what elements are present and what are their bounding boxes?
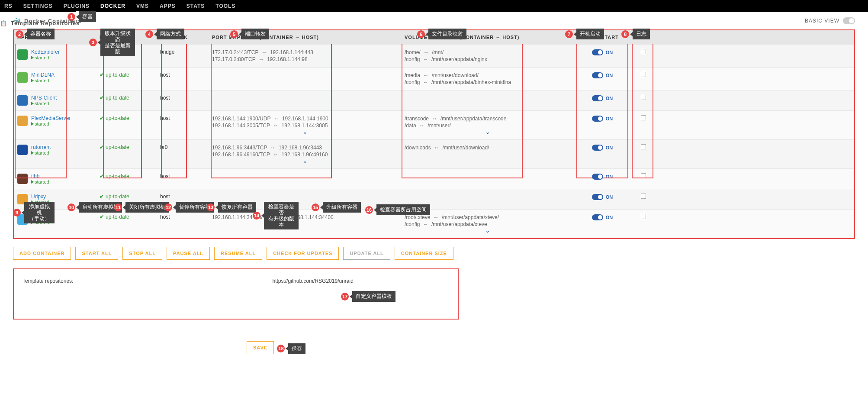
volume-mapping: /config ↔ /mnt/user/appdata/xteve: [405, 221, 571, 228]
check-updates-button[interactable]: CHECK FOR UPDATES: [267, 247, 339, 260]
log-checkbox[interactable]: [641, 115, 646, 120]
volume-mapping: /transcode ↔ /mnt/user/appdata/transcode: [405, 115, 571, 122]
port-mapping: 172.17.0.2:443/TCP ↔ 192.168.1.144:443: [212, 49, 398, 56]
table-row: tlbb started ✔up-to-datehostON: [14, 168, 854, 189]
container-app[interactable]: KodExplorer started: [17, 49, 93, 60]
network-mode: br0: [160, 144, 167, 150]
container-icon: [17, 116, 28, 126]
container-app[interactable]: rutorrent started: [17, 144, 93, 155]
port-mapping: 192.168.1.144:3005/TCP ↔ 192.168.1.144:3…: [212, 122, 398, 129]
container-icon: [17, 95, 28, 106]
network-mode: host: [160, 194, 170, 200]
container-name[interactable]: NPS-Client: [31, 95, 57, 101]
network-mode: host: [160, 95, 170, 101]
volume-mapping: /media ↔ /mnt/user/download/: [405, 72, 571, 79]
nav-plugins[interactable]: PLUGINS: [64, 3, 90, 9]
volume-mapping: /config ↔ /mnt/user/appdata/nginx: [405, 56, 571, 63]
autostart-state: ON: [606, 96, 613, 101]
container-app[interactable]: PlexMediaServer started: [17, 115, 93, 126]
update-status: ✔up-to-date: [100, 144, 153, 150]
port-mapping: 192.168.1.96:3443/TCP ↔ 192.168.1.96:344…: [212, 144, 398, 151]
container-app[interactable]: tlbb started: [17, 173, 93, 184]
nav-stats[interactable]: STATS: [186, 3, 205, 9]
table-row: xteve started ✔up-to-datehost192.168.1.1…: [14, 209, 854, 238]
container-size-button[interactable]: CONTAINER SIZE: [395, 247, 453, 260]
table-row: NPS-Client started ✔up-to-datehostON: [14, 90, 854, 110]
port-mapping: 192.168.1.144:1900/UDP ↔ 192.168.1.144:1…: [212, 115, 398, 122]
port-mapping: 192.168.1.96:49160/TCP ↔ 192.168.1.96:49…: [212, 151, 398, 158]
autostart-toggle[interactable]: [592, 95, 603, 101]
container-status: started: [31, 78, 55, 83]
add-container-button[interactable]: ADD CONTAINER: [13, 247, 71, 260]
update-status: ✔up-to-date: [100, 115, 153, 121]
container-name[interactable]: PlexMediaServer: [31, 115, 71, 121]
autostart-toggle[interactable]: [592, 49, 603, 55]
container-status: started: [31, 101, 57, 106]
container-name[interactable]: Udpxy: [31, 194, 49, 200]
container-icon: [17, 174, 28, 184]
container-icon: [17, 72, 28, 83]
container-icon: [17, 49, 28, 60]
autostart-toggle[interactable]: [592, 194, 603, 200]
autostart-toggle[interactable]: [592, 116, 603, 122]
autostart-state: ON: [606, 174, 613, 179]
container-icon: [17, 145, 28, 155]
expand-icon[interactable]: ⌄: [212, 129, 398, 135]
expand-icon[interactable]: ⌄: [212, 158, 398, 164]
pause-all-button[interactable]: PAUSE ALL: [167, 247, 210, 260]
container-name[interactable]: MiniDLNA: [31, 72, 55, 78]
update-status: ✔up-to-date: [100, 95, 153, 101]
log-checkbox[interactable]: [641, 173, 646, 178]
table-row: rutorrent started ✔up-to-datebr0192.168.…: [14, 139, 854, 168]
update-status: ✔up-to-date: [100, 173, 153, 179]
basic-view-toggle[interactable]: [843, 17, 855, 24]
template-repos-url[interactable]: https://github.com/RSG2019/unraid: [272, 278, 353, 284]
volume-mapping: /downloads ↔ /mnt/user/download/: [405, 144, 571, 151]
save-button[interactable]: SAVE: [247, 341, 274, 354]
container-status: started: [31, 55, 60, 60]
table-row: KodExplorer started ✔up-to-datebridge172…: [14, 44, 854, 67]
autostart-state: ON: [606, 145, 613, 150]
container-status: started: [31, 179, 49, 184]
autostart-toggle[interactable]: [592, 145, 603, 151]
log-checkbox[interactable]: [641, 72, 646, 77]
network-mode: host: [160, 173, 170, 179]
start-all-button[interactable]: START ALL: [75, 247, 118, 260]
autostart-toggle[interactable]: [592, 174, 603, 180]
nav-rs[interactable]: RS: [4, 3, 13, 9]
volume-mapping: /config ↔ /mnt/user/appdata/binhex-minid…: [405, 79, 571, 86]
nav-vms[interactable]: VMS: [136, 3, 149, 9]
container-name[interactable]: KodExplorer: [31, 49, 60, 55]
container-app[interactable]: NPS-Client started: [17, 95, 93, 106]
port-mapping: 172.17.0.2:80/TCP ↔ 192.168.1.144:98: [212, 56, 398, 63]
network-mode: bridge: [160, 49, 174, 55]
nav-docker[interactable]: DOCKER: [100, 3, 125, 9]
autostart-toggle[interactable]: [592, 72, 603, 78]
resume-all-button[interactable]: RESUME ALL: [214, 247, 262, 260]
log-checkbox[interactable]: [641, 144, 646, 149]
log-checkbox[interactable]: [641, 95, 646, 100]
container-status: started: [31, 150, 51, 155]
nav-tools[interactable]: TOOLS: [215, 3, 235, 9]
stop-all-button[interactable]: STOP ALL: [122, 247, 162, 260]
autostart-state: ON: [606, 215, 613, 220]
container-name[interactable]: rutorrent: [31, 144, 51, 150]
expand-icon[interactable]: ⌄: [405, 129, 571, 135]
autostart-state: ON: [606, 50, 613, 55]
container-name[interactable]: tlbb: [31, 173, 49, 179]
autostart-toggle[interactable]: [592, 214, 603, 220]
log-checkbox[interactable]: [641, 194, 646, 199]
volume-mapping: /data ↔ /mnt/user/: [405, 122, 571, 129]
update-all-button: UPDATE ALL: [343, 247, 390, 260]
log-checkbox[interactable]: [641, 214, 646, 219]
nav-settings[interactable]: SETTINGS: [23, 3, 53, 9]
network-mode: host: [160, 115, 170, 121]
log-checkbox[interactable]: [641, 49, 646, 54]
network-mode: host: [160, 214, 170, 220]
expand-icon[interactable]: ⌄: [405, 228, 571, 234]
autostart-state: ON: [606, 194, 613, 200]
network-mode: host: [160, 72, 170, 78]
nav-apps[interactable]: APPS: [160, 3, 176, 9]
top-nav: RS SETTINGS PLUGINS DOCKER VMS APPS STAT…: [0, 0, 868, 12]
container-app[interactable]: MiniDLNA started: [17, 72, 93, 83]
